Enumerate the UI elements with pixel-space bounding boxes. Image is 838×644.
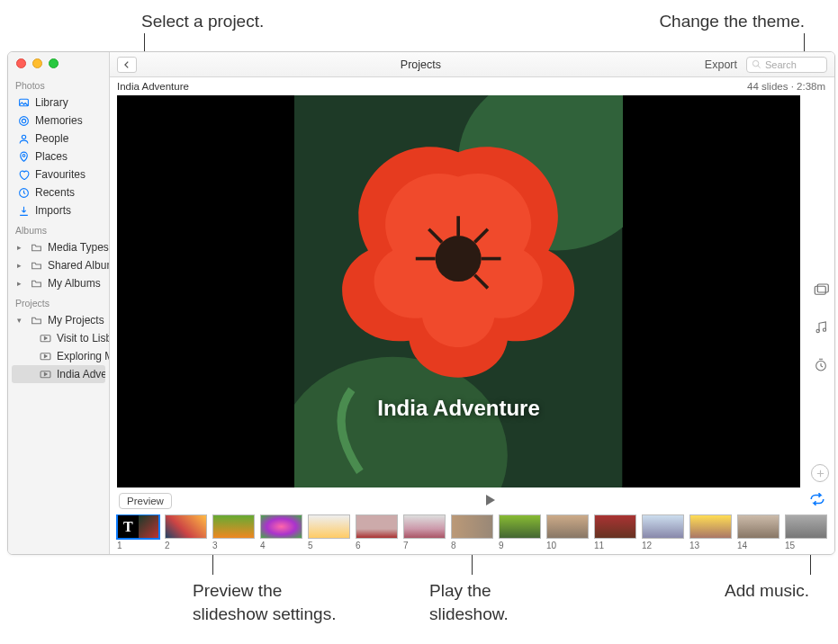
places-icon <box>17 150 30 163</box>
sidebar-item-label: My Albums <box>48 277 101 290</box>
sidebar-item-shared-albums[interactable]: ▸ Shared Albums <box>8 256 109 274</box>
project-header: India Adventure 44 slides · 2:38m <box>110 77 834 92</box>
thumb-number: 1 <box>117 541 159 550</box>
search-field[interactable]: Search <box>746 57 827 73</box>
loop-button[interactable] <box>809 493 825 509</box>
photos-app-window: Photos Library Memories People Places Fa… <box>7 51 835 555</box>
close-window-button[interactable] <box>16 58 26 68</box>
thumb-number: 7 <box>403 541 446 550</box>
sidebar-section-projects: Projects <box>8 292 109 311</box>
thumb-1[interactable]: T 1 <box>117 514 159 550</box>
thumb-15[interactable]: 15 <box>785 514 827 550</box>
theme-button[interactable] <box>811 281 831 299</box>
folder-icon <box>30 277 42 290</box>
heart-icon <box>17 168 30 181</box>
thumb-8[interactable]: 8 <box>451 514 493 550</box>
music-button[interactable] <box>811 318 831 336</box>
search-icon <box>752 59 761 69</box>
slideshow-preview: India Adventure <box>110 92 807 487</box>
thumb-14[interactable]: 14 <box>737 514 779 550</box>
plus-icon <box>815 469 825 479</box>
folder-icon <box>30 241 42 254</box>
sidebar: Photos Library Memories People Places Fa… <box>8 52 110 554</box>
thumb-9[interactable]: 9 <box>499 514 541 550</box>
content-row: India Adventure <box>110 92 834 487</box>
thumb-number: 4 <box>260 541 302 550</box>
thumb-number: 2 <box>165 541 207 550</box>
sidebar-item-label: Library <box>35 96 68 109</box>
chevron-down-icon: ▾ <box>17 316 24 325</box>
fullscreen-window-button[interactable] <box>49 58 59 68</box>
sidebar-item-label: Recents <box>35 186 75 199</box>
library-icon <box>17 96 30 109</box>
thumb-7[interactable]: 7 <box>403 514 446 550</box>
svg-point-2 <box>19 116 28 125</box>
svg-point-1 <box>22 119 25 122</box>
add-photos-button[interactable] <box>811 464 829 482</box>
preview-button[interactable]: Preview <box>119 493 172 509</box>
search-placeholder: Search <box>765 59 797 70</box>
sidebar-item-my-projects[interactable]: ▾ My Projects <box>8 311 109 329</box>
svg-point-4 <box>23 154 25 157</box>
thumb-6[interactable]: 6 <box>356 514 398 550</box>
sidebar-item-favourites[interactable]: Favourites <box>8 165 109 183</box>
thumb-4[interactable]: 4 <box>260 514 302 550</box>
thumb-13[interactable]: 13 <box>689 514 732 550</box>
download-icon <box>17 204 30 217</box>
svg-rect-20 <box>815 286 825 294</box>
memories-icon <box>17 114 30 127</box>
duration-button[interactable] <box>811 356 831 374</box>
folder-icon <box>30 314 42 326</box>
sidebar-item-media-types[interactable]: ▸ Media Types <box>8 238 109 256</box>
thumb-number: 13 <box>689 541 732 550</box>
thumb-5[interactable]: 5 <box>308 514 350 550</box>
sidebar-item-label: Shared Albums <box>48 259 109 272</box>
sidebar-item-recents[interactable]: Recents <box>8 183 109 201</box>
window-controls <box>8 52 109 75</box>
thumb-3[interactable]: 3 <box>212 514 255 550</box>
minimize-window-button[interactable] <box>32 58 42 68</box>
thumbnail-strip[interactable]: T 1 2 3 4 5 6 7 8 9 10 11 12 13 14 15 <box>110 514 834 554</box>
folder-icon <box>30 259 42 272</box>
svg-point-13 <box>436 236 482 282</box>
sidebar-project-morocco[interactable]: Exploring Mor… <box>8 347 109 365</box>
sidebar-project-india[interactable]: India Adventure <box>12 365 105 383</box>
thumb-number: 10 <box>546 541 589 550</box>
sidebar-item-memories[interactable]: Memories <box>8 112 109 130</box>
svg-point-23 <box>823 328 825 331</box>
project-info: 44 slides · 2:38m <box>747 81 825 92</box>
thumb-number: 15 <box>785 541 827 550</box>
thumb-11[interactable]: 11 <box>594 514 636 550</box>
sidebar-item-label: Places <box>35 150 68 163</box>
thumb-number: 6 <box>356 541 398 550</box>
callout-change-theme: Change the theme. <box>659 10 805 33</box>
sidebar-item-label: Imports <box>35 204 71 217</box>
play-button[interactable] <box>172 493 809 509</box>
play-icon <box>486 495 495 505</box>
toolbar: Projects Export Search <box>110 52 834 77</box>
sidebar-item-library[interactable]: Library <box>8 94 109 112</box>
svg-point-9 <box>752 60 758 66</box>
thumb-number: 9 <box>499 541 541 550</box>
main-content: Projects Export Search India Adventure 4… <box>110 52 834 554</box>
sidebar-item-people[interactable]: People <box>8 130 109 148</box>
back-button[interactable] <box>117 57 137 73</box>
sidebar-item-imports[interactable]: Imports <box>8 201 109 219</box>
svg-rect-21 <box>817 284 828 292</box>
thumb-2[interactable]: 2 <box>165 514 207 550</box>
slideshow-icon <box>39 332 51 344</box>
project-title: India Adventure <box>117 81 189 92</box>
sidebar-project-lisbon[interactable]: Visit to Lisbon <box>8 329 109 347</box>
sidebar-item-places[interactable]: Places <box>8 148 109 165</box>
preview-canvas: India Adventure <box>117 95 800 487</box>
right-tool-strip <box>807 92 834 487</box>
export-button[interactable]: Export <box>705 58 737 71</box>
sidebar-item-label: Memories <box>35 114 83 127</box>
thumb-12[interactable]: 12 <box>642 514 684 550</box>
svg-point-22 <box>816 329 819 332</box>
sidebar-item-label: Favourites <box>35 168 86 181</box>
sidebar-item-my-albums[interactable]: ▸ My Albums <box>8 274 109 292</box>
controls-bar: Preview <box>110 487 834 514</box>
thumb-10[interactable]: 10 <box>546 514 589 550</box>
thumb-number: 8 <box>451 541 493 550</box>
